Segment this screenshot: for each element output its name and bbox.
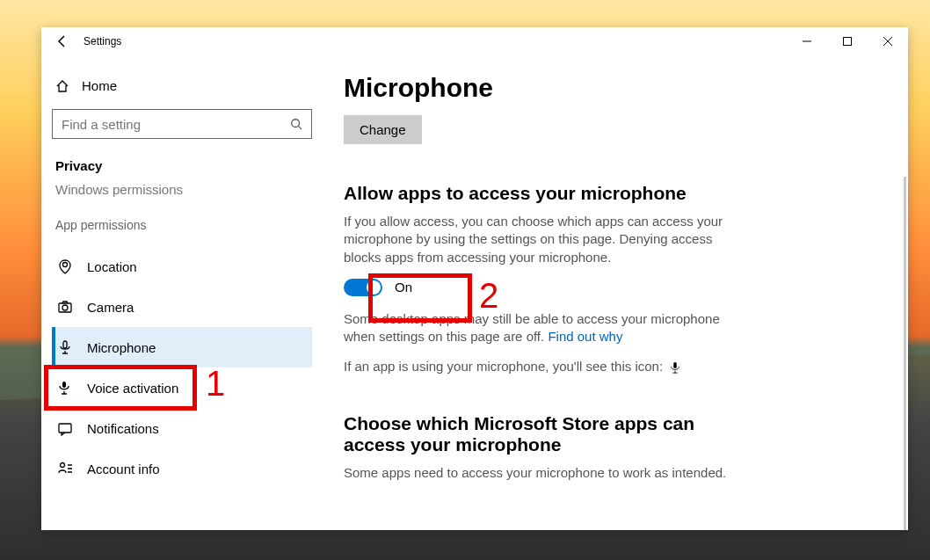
account-icon (57, 461, 73, 476)
sidebar-item-notifications[interactable]: Notifications (52, 408, 312, 448)
minimize-button[interactable] (787, 27, 827, 55)
sidebar-item-account-info[interactable]: Account info (52, 448, 312, 489)
sidebar-item-label: Location (87, 259, 137, 274)
microphone-icon (57, 339, 73, 355)
find-out-why-link[interactable]: Find out why (548, 329, 622, 344)
sidebar-category: Privacy (52, 153, 312, 178)
sidebar-item-label: Voice activation (87, 381, 178, 396)
home-nav[interactable]: Home (52, 73, 312, 109)
sidebar-item-label: Account info (87, 462, 160, 476)
svg-rect-6 (62, 382, 66, 388)
desktop-apps-note: Some desktop apps may still be able to a… (344, 310, 730, 346)
svg-point-8 (61, 463, 65, 468)
svg-point-1 (292, 120, 300, 127)
allow-toggle[interactable] (344, 279, 382, 296)
maximize-button[interactable] (827, 27, 868, 55)
sidebar-item-voice-activation[interactable]: Voice activation (52, 367, 312, 408)
svg-rect-0 (844, 38, 852, 46)
home-label: Home (82, 78, 117, 93)
window-controls (787, 27, 908, 55)
home-icon (55, 79, 69, 93)
search-input[interactable] (62, 117, 290, 132)
toggle-state-label: On (395, 280, 412, 295)
content-area: Microphone Change Allow apps to access y… (323, 55, 908, 530)
voice-icon (57, 380, 73, 396)
sidebar-item-location[interactable]: Location (52, 246, 312, 287)
mic-status-icon (666, 359, 680, 374)
sidebar-item-camera[interactable]: Camera (52, 287, 312, 327)
search-icon (290, 118, 302, 130)
allow-description: If you allow access, you can choose whic… (344, 213, 730, 266)
sidebar-group-label: App permissions (52, 218, 312, 246)
sidebar-item-microphone[interactable]: Microphone (52, 327, 312, 367)
allow-toggle-row: On (344, 279, 882, 296)
window-title: Settings (84, 35, 121, 47)
sidebar-item-label: Camera (87, 300, 134, 315)
choose-description: Some apps need to access your microphone… (344, 464, 730, 482)
maximize-icon (843, 37, 852, 46)
svg-point-2 (63, 263, 68, 267)
svg-point-4 (62, 305, 68, 310)
sidebar: Home Privacy Windows permissions App per… (41, 55, 323, 530)
page-title: Microphone (344, 73, 882, 103)
svg-rect-5 (63, 341, 67, 348)
notifications-icon (57, 420, 73, 436)
scrollbar[interactable] (904, 177, 906, 530)
change-button[interactable]: Change (344, 115, 422, 144)
close-icon (883, 37, 892, 46)
using-mic-note: If an app is using your microphone, you'… (344, 358, 730, 375)
svg-rect-7 (59, 424, 71, 433)
back-arrow-icon (55, 34, 69, 48)
back-button[interactable] (45, 27, 80, 55)
minimize-icon (803, 37, 811, 46)
choose-heading: Choose which Microsoft Store apps can ac… (344, 413, 730, 455)
search-box[interactable] (52, 109, 312, 139)
svg-rect-9 (673, 362, 677, 368)
settings-window: Settings Home Privacy Windows permission… (41, 27, 908, 530)
allow-heading: Allow apps to access your microphone (344, 183, 882, 204)
location-icon (57, 258, 73, 274)
close-button[interactable] (868, 27, 908, 55)
camera-icon (57, 299, 73, 315)
sidebar-truncated-item[interactable]: Windows permissions (52, 178, 312, 218)
titlebar: Settings (41, 27, 908, 55)
sidebar-item-label: Notifications (87, 421, 159, 436)
sidebar-item-label: Microphone (87, 340, 156, 355)
